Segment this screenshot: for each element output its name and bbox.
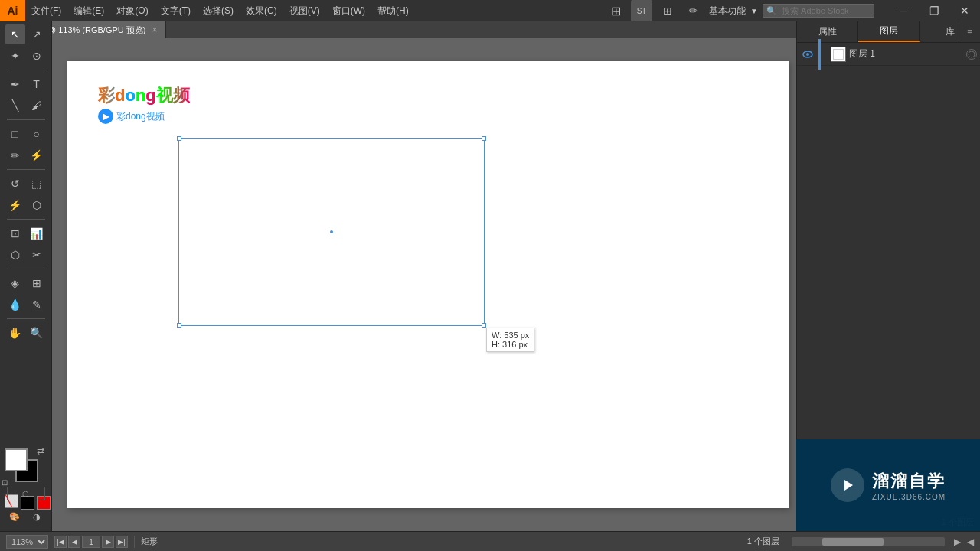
grid-icon[interactable]: ⊞	[657, 0, 678, 21]
horizontal-scrollbar[interactable]	[792, 537, 945, 546]
next-page-button[interactable]: ▶	[102, 536, 114, 548]
line-tool[interactable]: ╲	[5, 96, 25, 116]
pencil-tool[interactable]: ✏	[5, 145, 25, 165]
gradient-tool[interactable]: ◈	[5, 273, 25, 293]
color-mode-icon[interactable]: 🎨	[5, 507, 24, 527]
menu-object[interactable]: 对象(O)	[110, 0, 154, 21]
last-page-button[interactable]: ▶|	[116, 536, 128, 548]
tool-divider-6	[7, 318, 45, 319]
pen-icon[interactable]: ✏	[683, 0, 704, 21]
pen-tool[interactable]: ✒	[5, 74, 25, 94]
menu-help[interactable]: 帮助(H)	[371, 0, 415, 21]
shape-tools: □ ○	[5, 124, 47, 144]
watermark-play-icon	[831, 468, 864, 502]
restore-button[interactable]: ❐	[919, 0, 949, 21]
status-divider-1	[134, 536, 135, 548]
symbol-sprayer-tool[interactable]: ⊡	[5, 223, 25, 243]
h-scroll-thumb[interactable]	[822, 538, 884, 546]
menu-window[interactable]: 窗口(W)	[326, 0, 371, 21]
expand-status-icon[interactable]: ▶	[954, 536, 961, 547]
gradient-tools: ◈ ⊞	[5, 273, 47, 293]
column-graph-tool[interactable]: 📊	[27, 223, 47, 243]
menu-view[interactable]: 视图(V)	[283, 0, 326, 21]
mesh-tool[interactable]: ⊞	[27, 273, 47, 293]
menu-select[interactable]: 选择(S)	[197, 0, 240, 21]
panel-menu-button[interactable]: ≡	[959, 21, 980, 43]
layer-count-status: 1 个图层	[747, 536, 779, 547]
layer-visibility-toggle[interactable]	[800, 47, 815, 62]
swap-colors-icon[interactable]: ⇄	[37, 445, 44, 456]
tool-divider-4	[7, 219, 45, 220]
panel-expand-button[interactable]: ⬡	[7, 487, 45, 500]
magic-wand-tool[interactable]: ✦	[5, 46, 25, 66]
tab-close-button[interactable]: ×	[152, 24, 157, 35]
layers-tab[interactable]: 图层	[858, 21, 920, 42]
shape-label: 矩形	[141, 536, 158, 547]
arrange-icon[interactable]: ⊞	[605, 0, 626, 21]
watermark-overlay: 溜溜自学 ZIXUE.3D66.COM	[796, 439, 980, 531]
handle-top-right[interactable]	[482, 136, 486, 141]
properties-tab[interactable]: 属性	[797, 21, 858, 42]
zoom-tools: ✋ 🔍	[5, 323, 47, 343]
blend-tools: 💧 ✎	[5, 295, 47, 315]
lasso-tool[interactable]: ⊙	[27, 46, 47, 66]
type-tool[interactable]: T	[27, 74, 47, 94]
layer-row[interactable]: 图层 1	[797, 43, 980, 66]
menu-effect[interactable]: 效果(C)	[240, 0, 283, 21]
layer-color-bar	[818, 39, 828, 70]
rectangle-tool[interactable]: □	[5, 124, 25, 144]
adobe-stock-search[interactable]	[779, 4, 871, 18]
slice-tool[interactable]: ✂	[27, 245, 47, 265]
zoom-tool[interactable]: 🔍	[27, 323, 47, 343]
page-input[interactable]	[82, 536, 100, 548]
scale-tool[interactable]: ⬚	[27, 174, 47, 194]
artboard-tools: ⬡ ✂	[5, 245, 47, 265]
workspace-dropdown-icon[interactable]: ▼	[750, 7, 758, 15]
rotate-tool[interactable]: ↺	[5, 174, 25, 194]
svg-point-2	[969, 51, 975, 57]
center-point	[330, 230, 333, 233]
reset-colors-icon[interactable]: ⊡	[2, 478, 8, 487]
first-page-button[interactable]: |◀	[54, 536, 67, 548]
paintbrush-tool[interactable]: 🖌	[27, 96, 47, 116]
handle-top-left[interactable]	[177, 136, 181, 141]
blend-tool[interactable]: ✎	[27, 295, 47, 315]
fg-bg-swatches: ⇄ ⊡	[5, 448, 41, 485]
gradient-fill-icon[interactable]: ◑	[27, 507, 47, 527]
handle-bottom-left[interactable]	[177, 323, 181, 328]
ellipse-tool[interactable]: ○	[27, 124, 47, 144]
page-navigation: |◀ ◀ ▶ ▶|	[54, 536, 128, 548]
eyedropper-tool[interactable]: 💧	[5, 295, 25, 315]
watermark-cn-text: 溜溜自学	[872, 470, 946, 493]
hand-tool[interactable]: ✋	[5, 323, 25, 343]
top-right-controls: ⊞ ST ⊞ ✏ 基本功能 ▼ 🔍	[605, 0, 874, 21]
collapse-status-icon[interactable]: ◀	[967, 536, 974, 547]
tool-divider-2	[7, 119, 45, 120]
canvas-logo: 彩dong视频 ▶ 彩dong视频	[98, 84, 190, 124]
artboard-tool[interactable]: ⬡	[5, 245, 25, 265]
menu-text[interactable]: 文字(T)	[155, 0, 197, 21]
menu-edit[interactable]: 编辑(E)	[67, 0, 110, 21]
window-controls: ─ ❐ ✕	[888, 0, 980, 21]
blob-brush-tool[interactable]: ⚡	[27, 145, 47, 165]
direct-selection-tool[interactable]: ↗	[27, 24, 47, 44]
free-transform-tool[interactable]: ⬡	[27, 195, 47, 215]
minimize-button[interactable]: ─	[888, 0, 919, 21]
prev-page-button[interactable]: ◀	[68, 536, 80, 548]
workspace-label: 基本功能	[709, 5, 746, 18]
width-value: W: 535 px	[492, 331, 529, 340]
tool-divider-5	[7, 269, 45, 269]
custom-icon[interactable]: ST	[631, 0, 652, 21]
foreground-color[interactable]	[5, 448, 28, 471]
line-tools: ╲ 🖌	[5, 96, 47, 116]
close-button[interactable]: ✕	[949, 0, 980, 21]
color-swatches-area: ⇄ ⊡	[5, 448, 41, 485]
zoom-selector[interactable]: 113%	[6, 535, 48, 549]
layer-lock-icon[interactable]	[966, 49, 977, 60]
selection-tool[interactable]: ↖	[5, 24, 25, 44]
ai-logo-icon: Ai	[0, 0, 25, 21]
canvas-area: 彩dong视频 ▶ 彩dong视频 W: 535 px H: 316 px	[52, 38, 796, 531]
warp-tool[interactable]: ⚡	[5, 195, 25, 215]
search-area: 🔍	[763, 4, 874, 18]
menu-file[interactable]: 文件(F)	[25, 0, 67, 21]
